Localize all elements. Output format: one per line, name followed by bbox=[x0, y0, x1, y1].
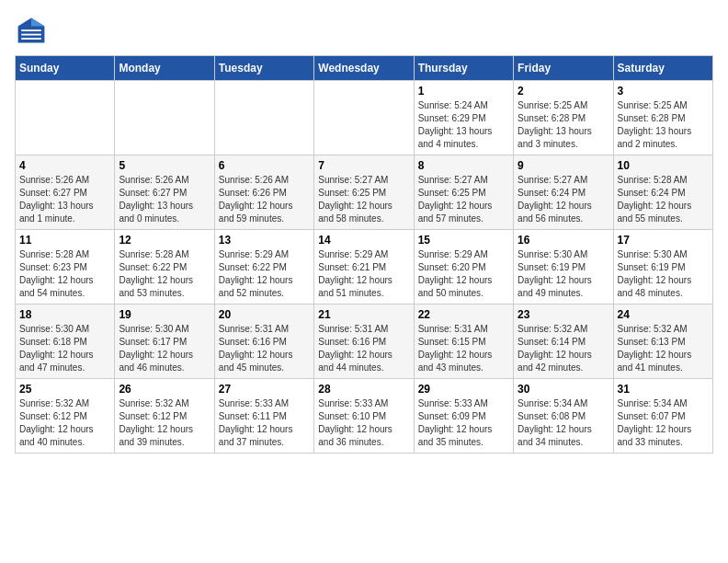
calendar-cell: 27Sunrise: 5:33 AM Sunset: 6:11 PM Dayli… bbox=[214, 379, 313, 454]
calendar-cell: 29Sunrise: 5:33 AM Sunset: 6:09 PM Dayli… bbox=[414, 379, 513, 454]
day-number: 3 bbox=[618, 85, 709, 98]
day-number: 8 bbox=[418, 159, 509, 172]
calendar-cell: 28Sunrise: 5:33 AM Sunset: 6:10 PM Dayli… bbox=[314, 379, 414, 454]
day-info: Sunrise: 5:32 AM Sunset: 6:13 PM Dayligh… bbox=[618, 323, 709, 374]
weekday-header-friday: Friday bbox=[514, 56, 613, 81]
day-number: 22 bbox=[418, 308, 509, 321]
day-number: 9 bbox=[518, 159, 609, 172]
day-info: Sunrise: 5:33 AM Sunset: 6:10 PM Dayligh… bbox=[318, 397, 409, 449]
calendar-cell: 17Sunrise: 5:30 AM Sunset: 6:19 PM Dayli… bbox=[613, 230, 712, 304]
calendar-cell: 8Sunrise: 5:27 AM Sunset: 6:25 PM Daylig… bbox=[414, 155, 513, 230]
day-info: Sunrise: 5:33 AM Sunset: 6:11 PM Dayligh… bbox=[219, 397, 310, 449]
day-info: Sunrise: 5:29 AM Sunset: 6:22 PM Dayligh… bbox=[219, 248, 310, 300]
calendar-cell: 7Sunrise: 5:27 AM Sunset: 6:25 PM Daylig… bbox=[314, 155, 414, 230]
calendar-cell: 12Sunrise: 5:28 AM Sunset: 6:22 PM Dayli… bbox=[115, 230, 214, 304]
day-info: Sunrise: 5:30 AM Sunset: 6:17 PM Dayligh… bbox=[119, 323, 210, 374]
calendar-cell: 26Sunrise: 5:32 AM Sunset: 6:12 PM Dayli… bbox=[115, 379, 214, 454]
day-info: Sunrise: 5:24 AM Sunset: 6:29 PM Dayligh… bbox=[418, 99, 509, 151]
day-number: 23 bbox=[518, 308, 609, 321]
day-number: 28 bbox=[318, 383, 409, 396]
calendar-cell: 9Sunrise: 5:27 AM Sunset: 6:24 PM Daylig… bbox=[514, 155, 613, 230]
day-info: Sunrise: 5:32 AM Sunset: 6:12 PM Dayligh… bbox=[19, 397, 110, 449]
calendar-cell: 22Sunrise: 5:31 AM Sunset: 6:15 PM Dayli… bbox=[414, 304, 513, 379]
calendar-cell: 2Sunrise: 5:25 AM Sunset: 6:28 PM Daylig… bbox=[514, 81, 613, 155]
day-number: 11 bbox=[19, 234, 110, 247]
calendar-week-row: 1Sunrise: 5:24 AM Sunset: 6:29 PM Daylig… bbox=[16, 81, 713, 155]
svg-rect-2 bbox=[21, 29, 41, 31]
weekday-header-wednesday: Wednesday bbox=[314, 56, 414, 81]
calendar-week-row: 4Sunrise: 5:26 AM Sunset: 6:27 PM Daylig… bbox=[16, 155, 713, 230]
day-number: 1 bbox=[418, 85, 509, 98]
day-info: Sunrise: 5:29 AM Sunset: 6:21 PM Dayligh… bbox=[318, 248, 409, 300]
day-number: 30 bbox=[518, 383, 609, 396]
calendar-cell: 10Sunrise: 5:28 AM Sunset: 6:24 PM Dayli… bbox=[613, 155, 712, 230]
calendar-cell: 30Sunrise: 5:34 AM Sunset: 6:08 PM Dayli… bbox=[514, 379, 613, 454]
calendar-cell: 3Sunrise: 5:25 AM Sunset: 6:28 PM Daylig… bbox=[613, 81, 712, 155]
calendar-cell: 4Sunrise: 5:26 AM Sunset: 6:27 PM Daylig… bbox=[16, 155, 115, 230]
calendar-cell: 24Sunrise: 5:32 AM Sunset: 6:13 PM Dayli… bbox=[613, 304, 712, 379]
calendar-cell bbox=[314, 81, 414, 155]
day-number: 14 bbox=[318, 234, 409, 247]
calendar-cell: 6Sunrise: 5:26 AM Sunset: 6:26 PM Daylig… bbox=[214, 155, 313, 230]
calendar-cell bbox=[16, 81, 115, 155]
weekday-header-tuesday: Tuesday bbox=[214, 56, 313, 81]
day-info: Sunrise: 5:34 AM Sunset: 6:08 PM Dayligh… bbox=[518, 397, 609, 449]
calendar-cell: 18Sunrise: 5:30 AM Sunset: 6:18 PM Dayli… bbox=[16, 304, 115, 379]
day-number: 19 bbox=[119, 308, 210, 321]
day-number: 27 bbox=[219, 383, 310, 396]
calendar-week-row: 11Sunrise: 5:28 AM Sunset: 6:23 PM Dayli… bbox=[16, 230, 713, 304]
calendar-cell: 14Sunrise: 5:29 AM Sunset: 6:21 PM Dayli… bbox=[314, 230, 414, 304]
weekday-header-monday: Monday bbox=[115, 56, 214, 81]
day-number: 17 bbox=[618, 234, 709, 247]
calendar-cell: 15Sunrise: 5:29 AM Sunset: 6:20 PM Dayli… bbox=[414, 230, 513, 304]
day-number: 7 bbox=[318, 159, 409, 172]
page-header bbox=[15, 15, 713, 48]
calendar-cell: 23Sunrise: 5:32 AM Sunset: 6:14 PM Dayli… bbox=[514, 304, 613, 379]
calendar-cell bbox=[214, 81, 313, 155]
calendar-cell: 19Sunrise: 5:30 AM Sunset: 6:17 PM Dayli… bbox=[115, 304, 214, 379]
day-number: 12 bbox=[119, 234, 210, 247]
svg-rect-4 bbox=[21, 38, 41, 40]
calendar-header-row: SundayMondayTuesdayWednesdayThursdayFrid… bbox=[16, 56, 713, 81]
day-info: Sunrise: 5:30 AM Sunset: 6:19 PM Dayligh… bbox=[518, 248, 609, 300]
day-info: Sunrise: 5:26 AM Sunset: 6:26 PM Dayligh… bbox=[219, 174, 310, 225]
day-info: Sunrise: 5:31 AM Sunset: 6:16 PM Dayligh… bbox=[318, 323, 409, 374]
day-info: Sunrise: 5:32 AM Sunset: 6:12 PM Dayligh… bbox=[119, 397, 210, 449]
svg-marker-1 bbox=[31, 18, 44, 27]
calendar-cell: 5Sunrise: 5:26 AM Sunset: 6:27 PM Daylig… bbox=[115, 155, 214, 230]
calendar-week-row: 18Sunrise: 5:30 AM Sunset: 6:18 PM Dayli… bbox=[16, 304, 713, 379]
calendar-cell: 1Sunrise: 5:24 AM Sunset: 6:29 PM Daylig… bbox=[414, 81, 513, 155]
day-info: Sunrise: 5:28 AM Sunset: 6:23 PM Dayligh… bbox=[19, 248, 110, 300]
day-number: 26 bbox=[119, 383, 210, 396]
day-info: Sunrise: 5:31 AM Sunset: 6:15 PM Dayligh… bbox=[418, 323, 509, 374]
day-number: 4 bbox=[19, 159, 110, 172]
day-number: 2 bbox=[518, 85, 609, 98]
day-info: Sunrise: 5:30 AM Sunset: 6:19 PM Dayligh… bbox=[618, 248, 709, 300]
day-info: Sunrise: 5:30 AM Sunset: 6:18 PM Dayligh… bbox=[19, 323, 110, 374]
day-number: 29 bbox=[418, 383, 509, 396]
day-info: Sunrise: 5:34 AM Sunset: 6:07 PM Dayligh… bbox=[618, 397, 709, 449]
day-number: 6 bbox=[219, 159, 310, 172]
day-number: 21 bbox=[318, 308, 409, 321]
day-info: Sunrise: 5:28 AM Sunset: 6:22 PM Dayligh… bbox=[119, 248, 210, 300]
day-info: Sunrise: 5:26 AM Sunset: 6:27 PM Dayligh… bbox=[19, 174, 110, 225]
day-number: 13 bbox=[219, 234, 310, 247]
day-number: 24 bbox=[618, 308, 709, 321]
day-info: Sunrise: 5:27 AM Sunset: 6:25 PM Dayligh… bbox=[418, 174, 509, 225]
day-number: 16 bbox=[518, 234, 609, 247]
calendar-week-row: 25Sunrise: 5:32 AM Sunset: 6:12 PM Dayli… bbox=[16, 379, 713, 454]
day-number: 10 bbox=[618, 159, 709, 172]
calendar-cell bbox=[115, 81, 214, 155]
weekday-header-saturday: Saturday bbox=[613, 56, 712, 81]
day-info: Sunrise: 5:32 AM Sunset: 6:14 PM Dayligh… bbox=[518, 323, 609, 374]
calendar-cell: 16Sunrise: 5:30 AM Sunset: 6:19 PM Dayli… bbox=[514, 230, 613, 304]
day-info: Sunrise: 5:28 AM Sunset: 6:24 PM Dayligh… bbox=[618, 174, 709, 225]
calendar-cell: 31Sunrise: 5:34 AM Sunset: 6:07 PM Dayli… bbox=[613, 379, 712, 454]
calendar-cell: 11Sunrise: 5:28 AM Sunset: 6:23 PM Dayli… bbox=[16, 230, 115, 304]
day-info: Sunrise: 5:27 AM Sunset: 6:24 PM Dayligh… bbox=[518, 174, 609, 225]
day-number: 5 bbox=[119, 159, 210, 172]
calendar-cell: 21Sunrise: 5:31 AM Sunset: 6:16 PM Dayli… bbox=[314, 304, 414, 379]
day-number: 20 bbox=[219, 308, 310, 321]
day-number: 25 bbox=[19, 383, 110, 396]
day-number: 18 bbox=[19, 308, 110, 321]
